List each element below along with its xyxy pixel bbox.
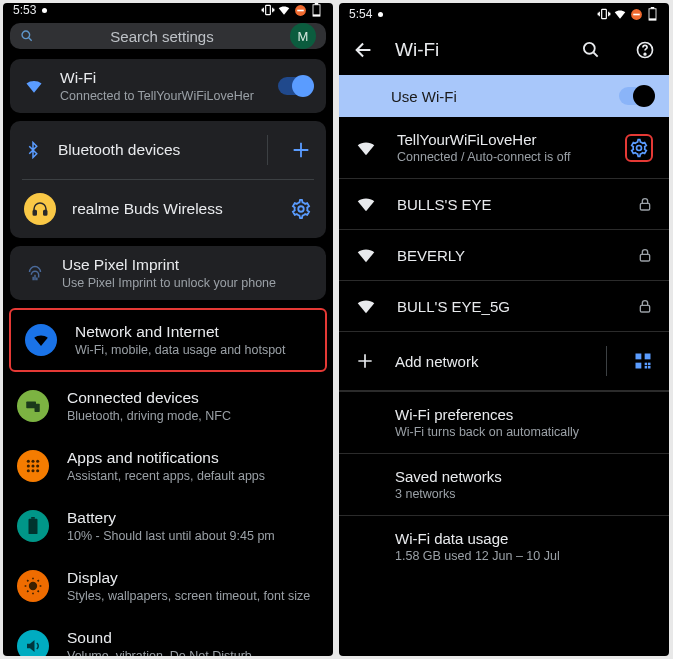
use-wifi-row[interactable]: Use Wi-Fi — [339, 75, 669, 117]
vibrate-icon — [597, 7, 611, 21]
wifi-signal-icon — [355, 244, 377, 266]
net-title: Network and Internet — [75, 323, 311, 341]
display-icon — [17, 570, 49, 602]
wifi-title: Wi-Fi — [60, 69, 262, 87]
svg-point-14 — [36, 460, 39, 463]
svg-point-33 — [637, 145, 642, 150]
net-sub: Wi-Fi, mobile, data usage and hotspot — [75, 343, 311, 357]
svg-point-17 — [36, 464, 39, 467]
svg-point-19 — [31, 469, 34, 472]
wifi-status-icon — [613, 7, 627, 21]
svg-point-32 — [644, 53, 646, 55]
battery-row[interactable]: Battery 10% - Should last until about 9:… — [3, 496, 333, 556]
svg-point-13 — [31, 460, 34, 463]
wifi-signal-icon — [355, 295, 377, 317]
wifi-signal-icon — [355, 137, 377, 159]
svg-rect-21 — [31, 517, 35, 519]
scan-qr-button[interactable] — [633, 351, 653, 371]
svg-point-9 — [298, 206, 304, 212]
wifi-icon — [24, 76, 44, 96]
svg-rect-5 — [313, 14, 320, 16]
svg-point-16 — [31, 464, 34, 467]
dnd-icon — [629, 7, 643, 21]
svg-rect-11 — [35, 404, 40, 412]
network-settings-button[interactable] — [625, 134, 653, 162]
wifi-data-usage-row[interactable]: Wi-Fi data usage 1.58 GB used 12 Jun – 1… — [339, 515, 669, 577]
status-bar: 5:53 — [3, 3, 333, 17]
realme-row[interactable]: realme Buds Wireless — [10, 180, 326, 238]
search-icon — [20, 29, 34, 43]
dnd-icon — [293, 3, 307, 17]
help-button[interactable] — [635, 40, 655, 60]
back-button[interactable] — [353, 39, 375, 61]
battery-circle-icon — [17, 510, 49, 542]
svg-point-18 — [27, 469, 30, 472]
imprint-sub: Use Pixel Imprint to unlock your phone — [62, 276, 312, 290]
network-row[interactable]: BULL'S EYE_5G — [339, 281, 669, 332]
apps-icon — [17, 450, 49, 482]
search-settings[interactable]: Search settings M — [10, 23, 326, 49]
network-internet-row[interactable]: Network and Internet Wi-Fi, mobile, data… — [9, 308, 327, 372]
lock-icon — [637, 247, 653, 263]
battery-icon — [645, 7, 659, 21]
svg-point-23 — [30, 583, 37, 590]
divider — [267, 135, 268, 165]
connected-devices-row[interactable]: Connected devices Bluetooth, driving mod… — [3, 376, 333, 436]
svg-rect-34 — [640, 203, 649, 210]
wifi-sub: Connected to TellYourWiFiLoveHer — [60, 89, 262, 103]
vibrate-icon — [261, 3, 275, 17]
svg-rect-24 — [602, 9, 607, 18]
svg-point-6 — [22, 31, 30, 39]
bluetooth-title: Bluetooth devices — [58, 141, 245, 159]
svg-point-12 — [27, 460, 30, 463]
device-settings-button[interactable] — [290, 198, 312, 220]
apps-notifications-row[interactable]: Apps and notifications Assistant, recent… — [3, 436, 333, 496]
svg-rect-26 — [633, 13, 640, 15]
svg-rect-35 — [640, 254, 649, 261]
appbar-title: Wi-Fi — [395, 39, 439, 61]
pixel-imprint-row[interactable]: Use Pixel Imprint Use Pixel Imprint to u… — [10, 246, 326, 300]
svg-rect-40 — [645, 363, 648, 366]
imprint-title: Use Pixel Imprint — [62, 256, 312, 274]
clock: 5:53 — [13, 3, 36, 17]
svg-point-30 — [584, 43, 595, 54]
search-button[interactable] — [581, 40, 601, 60]
clock: 5:54 — [349, 7, 372, 21]
add-network-row[interactable]: Add network — [339, 332, 669, 391]
bluetooth-row[interactable]: Bluetooth devices — [10, 121, 326, 179]
svg-rect-2 — [297, 9, 304, 11]
fingerprint-icon — [24, 262, 46, 284]
ssid: TellYourWiFiLoveHer — [397, 131, 605, 148]
network-row[interactable]: BULLS'S EYE — [339, 179, 669, 230]
display-row[interactable]: Display Styles, wallpapers, screen timeo… — [3, 556, 333, 616]
bluetooth-icon — [24, 139, 42, 161]
svg-point-20 — [36, 469, 39, 472]
saved-networks-row[interactable]: Saved networks 3 networks — [339, 453, 669, 515]
wifi-status-icon — [277, 3, 291, 17]
ssid-sub: Connected / Auto-connect is off — [397, 150, 605, 164]
svg-rect-8 — [44, 211, 47, 216]
settings-screen: 5:53 Search settings M — [3, 3, 333, 656]
use-wifi-label: Use Wi-Fi — [391, 88, 457, 105]
network-row[interactable]: BEVERLY — [339, 230, 669, 281]
wifi-preferences-row[interactable]: Wi-Fi preferences Wi-Fi turns back on au… — [339, 391, 669, 453]
avatar[interactable]: M — [290, 23, 316, 49]
svg-rect-43 — [648, 363, 651, 366]
wifi-quick-row[interactable]: Wi-Fi Connected to TellYourWiFiLoveHer — [10, 59, 326, 113]
svg-rect-7 — [33, 211, 36, 216]
svg-rect-39 — [636, 363, 642, 369]
svg-rect-41 — [648, 366, 651, 369]
lock-icon — [637, 298, 653, 314]
divider — [606, 346, 607, 376]
wifi-appbar: Wi-Fi — [339, 25, 669, 75]
connected-network-row[interactable]: TellYourWiFiLoveHer Connected / Auto-con… — [339, 117, 669, 179]
add-bluetooth-button[interactable] — [290, 139, 312, 161]
svg-rect-0 — [266, 5, 271, 14]
use-wifi-toggle[interactable] — [619, 87, 653, 105]
realme-title: realme Buds Wireless — [72, 200, 274, 218]
wifi-toggle[interactable] — [278, 77, 312, 95]
search-placeholder: Search settings — [48, 28, 276, 45]
status-bar: 5:54 — [339, 3, 669, 25]
svg-rect-42 — [645, 366, 648, 369]
sound-row[interactable]: Sound Volume, vibration, Do Not Disturb — [3, 616, 333, 656]
